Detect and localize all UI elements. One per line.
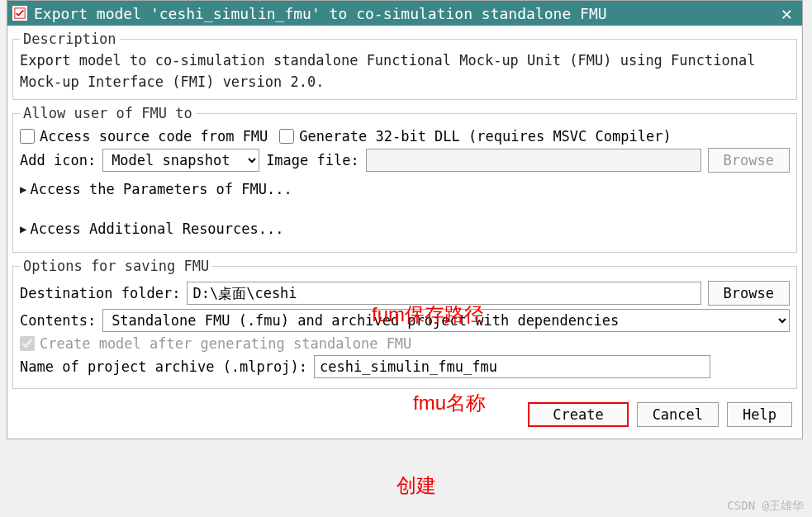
create-model-input (20, 336, 35, 351)
dest-browse-button[interactable]: Browse (708, 281, 790, 306)
access-source-checkbox[interactable]: Access source code from FMU (20, 128, 268, 145)
contents-select[interactable]: Standalone FMU (.fmu) and archived proje… (102, 309, 790, 332)
options-group: Options for saving FMU Destination folde… (12, 258, 797, 389)
dest-folder-label: Destination folder: (20, 285, 180, 301)
create-model-label: Create model after generating standalone… (40, 335, 411, 352)
contents-label: Contents: (20, 312, 96, 329)
image-browse-button: Browse (708, 148, 790, 173)
archive-name-label: Name of project archive (.mlproj): (20, 358, 307, 375)
access-source-input[interactable] (20, 129, 35, 144)
button-row: Create Cancel Help (7, 394, 802, 439)
create-button[interactable]: Create (528, 402, 628, 427)
dialog-window: Export model 'ceshi_simulin_fmu' to co-s… (7, 0, 803, 439)
description-legend: Description (20, 31, 120, 47)
params-expander[interactable]: ▶ Access the Parameters of FMU... (20, 181, 790, 197)
add-icon-select[interactable]: Model snapshot (102, 149, 259, 172)
params-expander-label: Access the Parameters of FMU... (30, 181, 292, 197)
triangle-right-icon: ▶ (20, 222, 26, 235)
image-file-label: Image file: (266, 152, 359, 168)
window-title: Export model 'ceshi_simulin_fmu' to co-s… (34, 5, 776, 22)
resources-expander-label: Access Additional Resources... (30, 221, 283, 237)
gen32-input[interactable] (279, 129, 294, 144)
gen32-label: Generate 32-bit DLL (requires MSVC Compi… (299, 128, 671, 145)
help-button[interactable]: Help (727, 402, 792, 427)
watermark: CSDN @王雄华 (727, 499, 804, 514)
access-source-label: Access source code from FMU (40, 128, 268, 145)
allow-legend: Allow user of FMU to (20, 105, 196, 121)
app-icon (12, 6, 27, 21)
close-icon[interactable]: ✕ (776, 3, 797, 24)
create-model-checkbox: Create model after generating standalone… (20, 335, 411, 352)
archive-name-input[interactable] (314, 355, 710, 378)
title-bar: Export model 'ceshi_simulin_fmu' to co-s… (7, 1, 802, 26)
cancel-button[interactable]: Cancel (637, 402, 719, 427)
annotation-create: 创建 (397, 472, 436, 499)
dest-folder-input[interactable] (187, 282, 700, 305)
image-file-input (366, 149, 701, 172)
options-legend: Options for saving FMU (20, 258, 212, 274)
add-icon-label: Add icon: (20, 152, 96, 168)
allow-group: Allow user of FMU to Access source code … (12, 105, 797, 253)
description-group: Description Export model to co-simulatio… (12, 31, 797, 100)
gen32-checkbox[interactable]: Generate 32-bit DLL (requires MSVC Compi… (279, 128, 671, 145)
triangle-right-icon: ▶ (20, 183, 26, 196)
description-text: Export model to co-simulation standalone… (20, 50, 790, 92)
resources-expander[interactable]: ▶ Access Additional Resources... (20, 221, 790, 237)
